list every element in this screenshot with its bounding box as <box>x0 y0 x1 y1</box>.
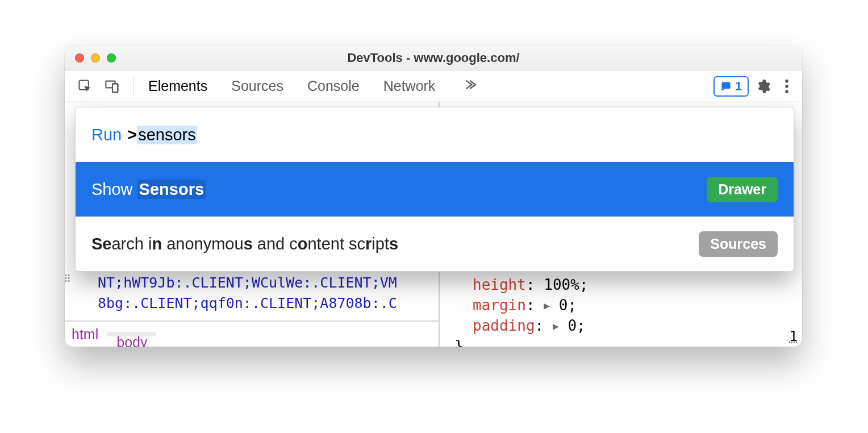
prompt-chevron-icon: > <box>127 126 137 144</box>
device-toolbar-icon[interactable] <box>101 75 124 98</box>
svg-point-6 <box>785 85 788 88</box>
panel-tabs: Elements Sources Console Network <box>147 70 482 102</box>
tab-elements[interactable]: Elements <box>147 70 208 102</box>
html-source-snippet: NT;hWT9Jb:.CLIENT;WCulWe:.CLIENT;VM 8bg:… <box>65 273 439 314</box>
inspect-element-icon[interactable] <box>74 75 97 98</box>
devtools-toolbar: Elements Sources Console Network 1 <box>65 70 802 102</box>
svg-point-7 <box>785 90 788 93</box>
origin-badges: 1 <box>790 328 798 344</box>
svg-rect-4 <box>721 82 730 89</box>
more-tabs-icon[interactable] <box>458 77 482 95</box>
command-item-show-sensors[interactable]: Show Sensors Drawer <box>76 162 794 216</box>
svg-point-5 <box>785 79 788 82</box>
command-item-search-scripts[interactable]: Search in anonymous and content scripts … <box>76 216 794 271</box>
command-query: sensors <box>137 126 197 144</box>
origin-line-link[interactable]: 1 <box>790 328 798 344</box>
svg-rect-2 <box>112 84 118 92</box>
tab-console[interactable]: Console <box>306 70 361 102</box>
tab-network[interactable]: Network <box>382 70 437 102</box>
toolbar-separator <box>133 77 133 96</box>
crumb-html[interactable]: html <box>72 326 98 343</box>
window-titlebar: DevTools - www.google.com/ <box>65 45 802 70</box>
window-title: DevTools - www.google.com/ <box>65 51 802 65</box>
drag-handle-icon[interactable]: ⠿ <box>65 273 69 285</box>
minimize-window-icon[interactable] <box>91 53 100 63</box>
tag-sources: Sources <box>699 231 778 257</box>
issues-count: 1 <box>735 79 742 94</box>
closing-brace: } <box>454 338 792 347</box>
run-label: Run <box>91 126 122 144</box>
traffic-lights[interactable] <box>75 53 116 63</box>
tab-sources[interactable]: Sources <box>230 70 285 102</box>
settings-icon[interactable] <box>753 77 773 96</box>
tag-drawer: Drawer <box>707 177 778 202</box>
close-window-icon[interactable] <box>75 53 84 63</box>
command-menu: Run > sensors Show Sensors Drawer Search… <box>75 107 794 272</box>
command-input-row[interactable]: Run > sensors <box>76 107 794 162</box>
menu-kebab-icon[interactable] <box>777 77 796 96</box>
maximize-window-icon[interactable] <box>107 53 116 63</box>
breadcrumbs: html body <box>65 320 440 347</box>
command-item-label: Search in anonymous and content scripts <box>91 235 398 253</box>
devtools-window: DevTools - www.google.com/ Elements Sour <box>65 45 802 347</box>
crumb-body[interactable]: body <box>107 332 156 336</box>
issues-counter-button[interactable]: 1 <box>713 76 749 97</box>
